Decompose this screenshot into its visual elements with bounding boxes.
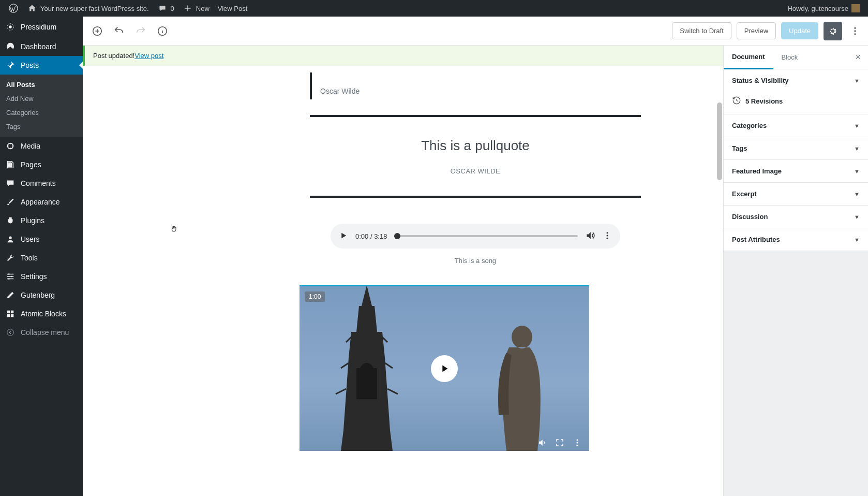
plus-icon: [183, 3, 193, 13]
wp-logo[interactable]: [4, 0, 23, 17]
howdy-label: Howdy, gutencourse: [787, 5, 848, 12]
site-title: Your new super fast WordPress site.: [40, 5, 149, 12]
comment-icon: [157, 3, 168, 13]
site-link[interactable]: Your new super fast WordPress site.: [23, 0, 153, 17]
new-label: New: [196, 5, 209, 12]
view-post-link[interactable]: View Post: [214, 0, 252, 17]
comments-count: 0: [171, 5, 174, 12]
view-post-label: View Post: [218, 5, 248, 12]
wordpress-icon: [8, 3, 19, 13]
home-icon: [27, 3, 37, 13]
admin-bar: Your new super fast WordPress site. 0 Ne…: [0, 0, 868, 17]
comments-link[interactable]: 0: [153, 0, 178, 17]
avatar: [851, 4, 860, 12]
new-link[interactable]: New: [178, 0, 214, 17]
howdy-link[interactable]: Howdy, gutencourse: [783, 0, 864, 17]
